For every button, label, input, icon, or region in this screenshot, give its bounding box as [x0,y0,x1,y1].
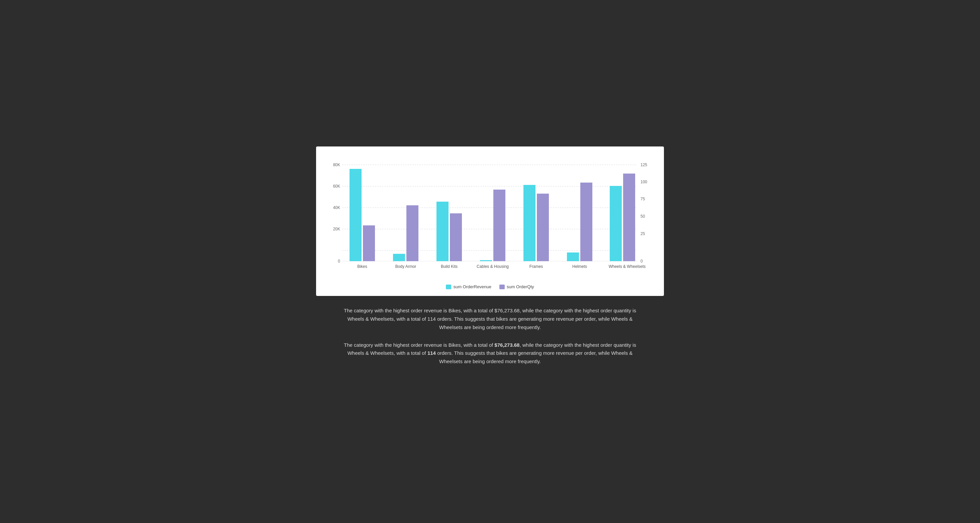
svg-text:Build Kits: Build Kits [441,264,458,269]
svg-text:0: 0 [641,259,643,264]
bar-bikes-qty [363,226,375,261]
bar-bodyarmor-revenue [393,254,405,261]
bar-wheels-revenue [610,186,622,261]
legend-qty: sum OrderQty [500,284,534,289]
chart-area: 80K 60K 40K 20K 0 125 100 75 50 25 0 [326,156,654,280]
bar-chart: 80K 60K 40K 20K 0 125 100 75 50 25 0 [326,156,654,280]
svg-text:Helmets: Helmets [572,264,587,269]
analysis-p2-prefix: The category with the highest order reve… [344,342,494,348]
svg-text:125: 125 [641,162,647,167]
bar-frames-revenue [523,185,536,261]
bar-helmets-revenue [567,253,579,261]
svg-text:40K: 40K [333,205,340,210]
bar-cables-revenue [480,260,492,261]
svg-text:Wheels & Wheelsets: Wheels & Wheelsets [609,264,646,269]
svg-text:Frames: Frames [530,264,543,269]
svg-text:0: 0 [338,259,340,264]
analysis-block: The category with the highest order reve… [316,296,664,377]
svg-text:75: 75 [641,197,645,201]
svg-text:100: 100 [641,180,647,184]
bar-bikes-revenue [350,169,361,261]
analysis-p2-qty: 114 [428,350,436,356]
legend-revenue-swatch [446,285,451,289]
legend-revenue-label: sum OrderRevenue [453,284,491,289]
chart-card: 80K 60K 40K 20K 0 125 100 75 50 25 0 [316,146,664,296]
bar-helmets-qty [580,183,592,261]
main-container: 80K 60K 40K 20K 0 125 100 75 50 25 0 [316,146,664,377]
svg-text:Cables & Housing: Cables & Housing [477,264,509,269]
bar-bodyarmor-qty [406,205,418,261]
svg-text:Body Armor: Body Armor [395,264,417,269]
svg-text:80K: 80K [333,162,340,167]
chart-legend: sum OrderRevenue sum OrderQty [326,284,654,289]
legend-revenue: sum OrderRevenue [446,284,491,289]
svg-text:Bikes: Bikes [357,264,367,269]
svg-text:50: 50 [641,214,645,219]
svg-text:60K: 60K [333,184,340,189]
svg-text:25: 25 [641,231,645,236]
analysis-paragraph-1: The category with the highest order reve… [343,307,637,331]
analysis-paragraph-2: The category with the highest order reve… [343,341,637,366]
analysis-p2-amount: $76,273.68 [494,342,519,348]
bar-wheels-qty [623,173,635,261]
bar-buildkits-qty [450,213,462,261]
analysis-p2-suffix: orders. This suggests that bikes are gen… [436,350,633,364]
bar-frames-qty [537,194,549,261]
bar-buildkits-revenue [436,202,449,261]
legend-qty-swatch [500,285,505,289]
svg-text:20K: 20K [333,227,340,231]
bar-cables-qty [493,189,505,261]
legend-qty-label: sum OrderQty [507,284,534,289]
